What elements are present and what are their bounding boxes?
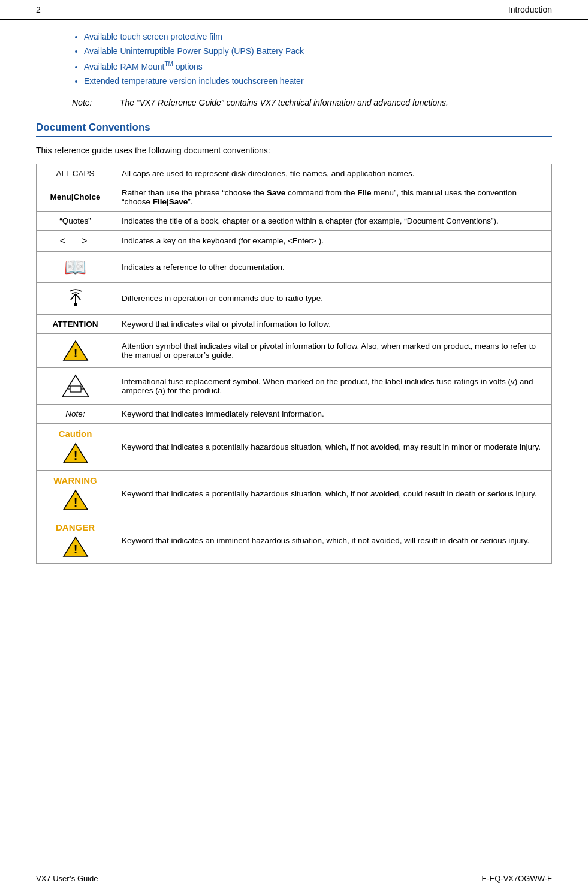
svg-rect-7 (70, 386, 81, 392)
convention-description: All caps are used to represent disk dire… (114, 164, 552, 183)
table-row: ALL CAPS All caps are used to represent … (37, 164, 552, 183)
page-header: 2 Introduction (0, 0, 588, 20)
table-row: DANGER ! Keyword that indicates an immin… (37, 517, 552, 563)
convention-description: Keyword that indicates a potentially haz… (114, 470, 552, 517)
convention-symbol (37, 367, 114, 404)
warning-triangle-icon: ! (62, 488, 89, 512)
bullet-item-2: Available Uninterruptible Power Supply (… (84, 46, 552, 56)
section-intro: This reference guide uses the following … (36, 146, 552, 155)
bullet-item-4: Extended temperature version includes to… (84, 76, 552, 86)
convention-description: Attention symbol that indicates vital or… (114, 333, 552, 367)
convention-symbol: Note: (37, 404, 114, 423)
page-number: 2 (36, 5, 41, 14)
svg-text:!: ! (73, 543, 77, 556)
table-row: Menu|Choice Rather than use the phrase “… (37, 183, 552, 211)
convention-symbol: DANGER ! (37, 517, 114, 563)
convention-symbol: ATTENTION (37, 314, 114, 333)
table-row: Caution ! Keyword that indicates a poten… (37, 423, 552, 470)
table-row: ! Attention symbol that indicates vital … (37, 333, 552, 367)
convention-description: Differences in operation or commands due… (114, 282, 552, 314)
svg-text:!: ! (73, 449, 77, 462)
convention-symbol: 📖 (37, 251, 114, 282)
table-row: International fuse replacement symbol. W… (37, 367, 552, 404)
convention-description: Indicates a key on the keyboard (for exa… (114, 230, 552, 251)
radio-icon (65, 288, 86, 309)
caution-triangle-icon: ! (62, 441, 89, 465)
table-row: WARNING ! Keyword that indicates a poten… (37, 470, 552, 517)
bullet-item-1: Available touch screen protective film (84, 32, 552, 41)
convention-symbol: Caution ! (37, 423, 114, 470)
table-row: < > Indicates a key on the keyboard (for… (37, 230, 552, 251)
page-content: Available touch screen protective film A… (0, 32, 588, 600)
convention-description: Indicates a reference to other documenta… (114, 251, 552, 282)
convention-description: Keyword that indicates an imminent hazar… (114, 517, 552, 563)
bullet-item-3: Available RAM MountTM options (84, 61, 552, 71)
chapter-title: Introduction (508, 5, 552, 14)
table-row: Differences in operation or commands due… (37, 282, 552, 314)
convention-symbol: ! (37, 333, 114, 367)
convention-description: Keyword that indicates a potentially haz… (114, 423, 552, 470)
table-row: “Quotes” Indicates the title of a book, … (37, 211, 552, 230)
note-text: The “VX7 Reference Guide” contains VX7 t… (120, 98, 448, 107)
convention-symbol (37, 282, 114, 314)
footer-right: E-EQ-VX7OGWW-F (482, 874, 552, 883)
convention-description: Keyword that indicates immediately relev… (114, 404, 552, 423)
book-icon: 📖 (64, 257, 86, 278)
note-block: Note: The “VX7 Reference Guide” contains… (72, 98, 516, 107)
table-row: 📖 Indicates a reference to other documen… (37, 251, 552, 282)
svg-point-3 (74, 303, 77, 306)
convention-description: Indicates the title of a book, chapter o… (114, 211, 552, 230)
footer-left: VX7 User’s Guide (36, 874, 98, 883)
danger-triangle-icon: ! (62, 535, 89, 559)
convention-description: Rather than use the phrase “choose the S… (114, 183, 552, 211)
svg-line-2 (76, 294, 80, 300)
trademark-sup: TM (164, 61, 173, 67)
note-label: Note: (72, 98, 108, 107)
page-footer: VX7 User’s Guide E-EQ-VX7OGWW-F (0, 869, 588, 883)
convention-description: Keyword that indicates vital or pivotal … (114, 314, 552, 333)
convention-symbol: Menu|Choice (37, 183, 114, 211)
table-row: ATTENTION Keyword that indicates vital o… (37, 314, 552, 333)
fuse-icon (61, 373, 91, 399)
svg-text:!: ! (73, 496, 77, 509)
convention-symbol: < > (37, 230, 114, 251)
attention-triangle-icon: ! (62, 339, 89, 363)
convention-symbol: “Quotes” (37, 211, 114, 230)
section-title: Document Conventions (36, 122, 552, 137)
conventions-table: ALL CAPS All caps are used to represent … (36, 164, 552, 564)
convention-description: International fuse replacement symbol. W… (114, 367, 552, 404)
svg-text:!: ! (73, 346, 77, 360)
table-row: Note: Keyword that indicates immediately… (37, 404, 552, 423)
convention-symbol: ALL CAPS (37, 164, 114, 183)
feature-list: Available touch screen protective film A… (84, 32, 552, 86)
svg-line-1 (71, 294, 76, 300)
convention-symbol: WARNING ! (37, 470, 114, 517)
